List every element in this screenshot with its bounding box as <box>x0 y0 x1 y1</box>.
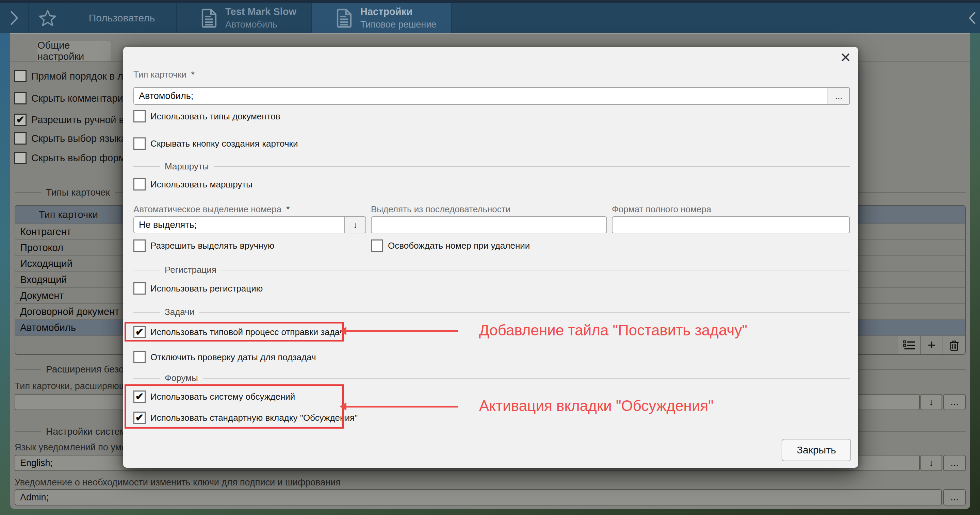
divider <box>134 166 160 167</box>
divider <box>134 312 160 313</box>
cell-card-type: Исходящий <box>20 258 73 269</box>
divider <box>134 270 160 270</box>
arrow-down-icon: ↓ <box>929 458 934 468</box>
ellipsis-icon: ... <box>950 397 958 407</box>
delete-row-button[interactable] <box>943 336 965 354</box>
cell-card-type: Протокол <box>20 242 63 253</box>
checkbox-box <box>134 110 146 122</box>
divider <box>14 369 41 370</box>
window-top-strip <box>0 0 980 3</box>
checkbox-box <box>371 240 383 252</box>
checkbox-label: Использовать регистрацию <box>150 283 263 294</box>
annotation-arrow-line <box>346 406 458 407</box>
column-divider <box>121 206 122 224</box>
tab-user-label: Пользователь <box>89 12 155 24</box>
checkbox-use-doc-types[interactable]: Использовать типы документов <box>134 110 280 122</box>
select-from-list-button[interactable] <box>898 336 920 354</box>
add-row-button[interactable]: + <box>920 336 943 354</box>
app-window: Пользователь Test Mark Slow Автомобиль Н… <box>0 0 980 515</box>
checkbox-box <box>14 152 27 164</box>
tab-subtitle: Типовое решение <box>360 19 436 30</box>
tab-user[interactable]: Пользователь <box>67 3 176 33</box>
auto-number-label-text: Автоматическое выделение номера <box>134 204 282 214</box>
sequence-input[interactable] <box>371 216 607 234</box>
close-dialog-button-label: Закрыть <box>797 444 836 456</box>
divider <box>214 166 850 167</box>
language-ellipsis-button[interactable]: ... <box>943 455 966 471</box>
tab-test-mark-slow[interactable]: Test Mark Slow Автомобиль <box>177 3 311 33</box>
trash-icon <box>949 340 959 351</box>
annotation-arrowhead <box>340 327 347 335</box>
group-tasks-label: Задачи <box>165 307 194 317</box>
document-icon <box>337 8 352 28</box>
group-tasks: Задачи <box>134 307 850 317</box>
group-forums-label: Форумы <box>165 373 198 383</box>
language-dropdown-button[interactable]: ↓ <box>920 455 942 471</box>
checkbox-box <box>134 137 146 150</box>
card-type-ellipsis-button[interactable]: ... <box>827 87 850 105</box>
chevron-left-icon <box>968 11 977 25</box>
checkbox-box: ✔ <box>14 114 27 126</box>
divider <box>451 3 452 33</box>
divider <box>221 270 850 270</box>
checkbox-label: Отключить проверку даты для подзадач <box>150 352 316 362</box>
annotation-task-note: Добавление тайла "Поставить задачу" <box>479 322 747 339</box>
favorites-button[interactable] <box>29 3 67 33</box>
checkbox-label: Разрешить выделять вручную <box>150 240 274 251</box>
star-icon <box>38 9 57 27</box>
nav-collapse-button[interactable] <box>965 3 980 33</box>
checkbox-box <box>14 70 27 82</box>
security-dropdown-button[interactable]: ↓ <box>920 394 942 410</box>
tab-settings[interactable]: Настройки Типовое решение <box>312 3 451 33</box>
notification-ellipsis-button[interactable]: ... <box>943 489 966 505</box>
auto-number-dropdown-button[interactable]: ↓ <box>344 216 366 234</box>
key-change-notification-input[interactable]: Admin; <box>14 489 942 505</box>
card-type-value: Автомобиль; <box>139 91 193 102</box>
tab-general-settings[interactable]: Общие настройки <box>37 41 111 61</box>
tab-title: Test Mark Slow <box>225 5 296 18</box>
checkbox-box <box>14 132 27 145</box>
checkbox-box <box>134 351 146 363</box>
group-registration-label: Регистрация <box>165 265 216 275</box>
checkbox-box <box>134 282 146 294</box>
card-type-field: Автомобиль; ... <box>134 87 850 105</box>
checkbox-box <box>134 178 146 191</box>
column-header-card-type[interactable]: Тип карточки <box>15 209 121 221</box>
checkbox-label: Использовать маршруты <box>150 179 253 190</box>
cell-card-type: Документ <box>20 290 64 301</box>
divider <box>14 431 41 432</box>
format-input[interactable] <box>612 216 850 234</box>
key-change-notification-label: Уведомление о необходимости изменить клю… <box>14 477 340 488</box>
table-toolbar: + <box>898 336 965 354</box>
cell-card-type: Контрагент <box>20 226 71 237</box>
ellipsis-icon: ... <box>950 458 958 468</box>
checkbox-release-number[interactable]: Освобождать номер при удалении <box>371 240 530 252</box>
group-routes-label: Маршруты <box>165 161 209 172</box>
checkbox-disable-date-check[interactable]: Отключить проверку даты для подзадач <box>134 351 316 363</box>
checkbox-hide-create-button[interactable]: Скрывать кнопку создания карточки <box>134 137 298 150</box>
auto-number-field: Не выделять; ↓ <box>134 216 366 234</box>
checkbox-box <box>134 240 146 252</box>
annotation-box-task-process <box>124 322 344 342</box>
checkbox-allow-manual-numbering[interactable]: Разрешить выделять вручную <box>134 240 274 252</box>
annotation-arrowhead <box>340 402 347 410</box>
annotation-forum-note: Активация вкладки "Обсуждения" <box>479 397 714 414</box>
auto-number-field-label: Автоматическое выделение номера* <box>134 204 290 215</box>
card-type-input[interactable]: Автомобиль; <box>134 87 828 105</box>
checkbox-use-routes[interactable]: Использовать маршруты <box>134 178 253 191</box>
annotation-box-forums <box>124 385 344 429</box>
arrow-down-icon: ↓ <box>353 220 358 230</box>
checkbox-use-registration[interactable]: Использовать регистрацию <box>134 282 263 294</box>
auto-number-value: Не выделять; <box>139 220 197 230</box>
required-mark: * <box>191 69 195 79</box>
close-dialog-button[interactable]: Закрыть <box>782 439 851 461</box>
divider <box>203 378 850 378</box>
annotation-arrow-line <box>346 330 458 332</box>
nav-expand-button[interactable] <box>0 3 28 33</box>
close-icon[interactable]: × <box>840 48 851 66</box>
divider <box>134 378 160 378</box>
auto-number-combo[interactable]: Не выделять; <box>134 216 345 234</box>
security-ellipsis-button[interactable]: ... <box>943 394 966 410</box>
group-forums: Форумы <box>134 373 850 383</box>
arrow-down-icon: ↓ <box>929 397 934 407</box>
